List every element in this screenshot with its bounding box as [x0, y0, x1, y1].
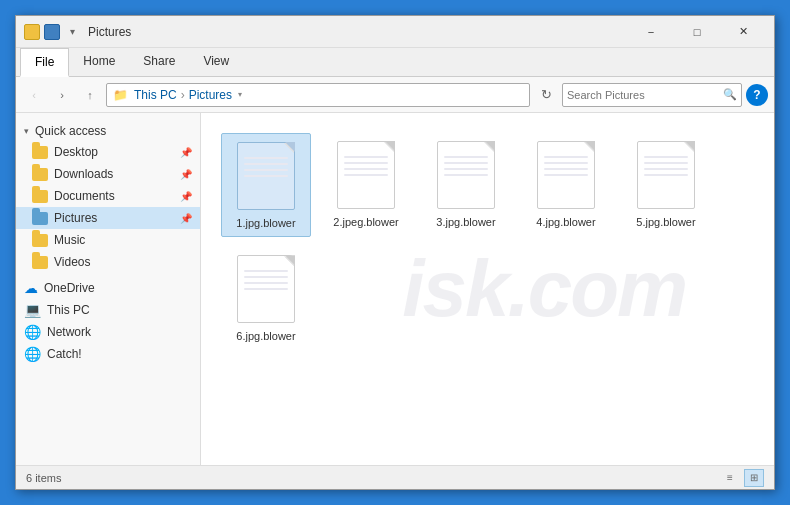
sidebar-network-label: Network — [47, 325, 91, 339]
view-controls: ≡ ⊞ — [720, 469, 764, 487]
window-title: Pictures — [88, 25, 628, 39]
folder-icon-pictures — [32, 210, 48, 226]
view-large-button[interactable]: ⊞ — [744, 469, 764, 487]
thispc-icon: 💻 — [24, 302, 41, 318]
main-content: ▾ Quick access Desktop 📌 Downloads 📌 Doc… — [16, 113, 774, 465]
search-icon: 🔍 — [723, 88, 737, 101]
sidebar-item-catch[interactable]: 🌐 Catch! — [16, 343, 200, 365]
list-item[interactable]: 5.jpg.blower — [621, 133, 711, 237]
sidebar-pictures-label: Pictures — [54, 211, 97, 225]
status-count: 6 items — [26, 472, 61, 484]
breadcrumb-sep1: › — [181, 88, 185, 102]
file-label-2: 2.jpeg.blower — [333, 215, 398, 229]
list-item[interactable]: 1.jpg.blower — [221, 133, 311, 237]
list-item[interactable]: 2.jpeg.blower — [321, 133, 411, 237]
network-icon: 🌐 — [24, 324, 41, 340]
files-grid: 1.jpg.blower — [211, 123, 764, 360]
file-icon-1 — [234, 140, 298, 212]
pin-icon-documents: 📌 — [180, 191, 192, 202]
sidebar-downloads-label: Downloads — [54, 167, 113, 181]
pin-icon-desktop: 📌 — [180, 147, 192, 158]
address-bar: ‹ › ↑ 📁 This PC › Pictures ▾ ↻ 🔍 ? — [16, 77, 774, 113]
folder-icon-music — [32, 232, 48, 248]
sidebar-onedrive-label: OneDrive — [44, 281, 95, 295]
view-list-button[interactable]: ≡ — [720, 469, 740, 487]
title-icon-2 — [44, 24, 60, 40]
pin-icon-downloads: 📌 — [180, 169, 192, 180]
sidebar-item-videos[interactable]: Videos — [16, 251, 200, 273]
tab-file[interactable]: File — [20, 48, 69, 77]
title-bar: ▾ Pictures − □ ✕ — [16, 16, 774, 48]
pin-icon-pictures: 📌 — [180, 213, 192, 224]
sidebar-item-network[interactable]: 🌐 Network — [16, 321, 200, 343]
folder-icon-downloads — [32, 166, 48, 182]
forward-button[interactable]: › — [50, 83, 74, 107]
quick-access-section: ▾ Quick access Desktop 📌 Downloads 📌 Doc… — [16, 121, 200, 273]
breadcrumb-pictures[interactable]: Pictures — [189, 88, 232, 102]
title-controls: − □ ✕ — [628, 16, 766, 48]
file-label-3: 3.jpg.blower — [436, 215, 495, 229]
chevron-icon: ▾ — [24, 126, 29, 136]
sidebar-item-desktop[interactable]: Desktop 📌 — [16, 141, 200, 163]
file-icon-2 — [334, 139, 398, 211]
title-bar-icons: ▾ — [24, 24, 80, 40]
folder-icon-videos — [32, 254, 48, 270]
list-item[interactable]: 4.jpg.blower — [521, 133, 611, 237]
file-icon-6 — [234, 253, 298, 325]
file-label-6: 6.jpg.blower — [236, 329, 295, 343]
folder-icon-desktop — [32, 144, 48, 160]
back-button[interactable]: ‹ — [22, 83, 46, 107]
search-input[interactable] — [567, 89, 723, 101]
tab-view[interactable]: View — [189, 48, 243, 76]
file-label-1: 1.jpg.blower — [236, 216, 295, 230]
sidebar-item-music[interactable]: Music — [16, 229, 200, 251]
sidebar-item-documents[interactable]: Documents 📌 — [16, 185, 200, 207]
list-item[interactable]: 3.jpg.blower — [421, 133, 511, 237]
breadcrumb-thispc[interactable]: This PC — [134, 88, 177, 102]
explorer-window: ▾ Pictures − □ ✕ File Home Share View ‹ … — [15, 15, 775, 490]
help-button[interactable]: ? — [746, 84, 768, 106]
sidebar-item-thispc[interactable]: 💻 This PC — [16, 299, 200, 321]
search-box[interactable]: 🔍 — [562, 83, 742, 107]
ribbon-tabs: File Home Share View — [16, 48, 774, 76]
sidebar-catch-label: Catch! — [47, 347, 82, 361]
file-area: isk.com — [201, 113, 774, 465]
tab-home[interactable]: Home — [69, 48, 129, 76]
quick-access-label: Quick access — [35, 124, 106, 138]
catch-icon: 🌐 — [24, 346, 41, 362]
ribbon: File Home Share View — [16, 48, 774, 77]
folder-icon-documents — [32, 188, 48, 204]
sidebar-quickaccess-header[interactable]: ▾ Quick access — [16, 121, 200, 141]
sidebar-videos-label: Videos — [54, 255, 90, 269]
file-icon-5 — [634, 139, 698, 211]
title-pin-icon: ▾ — [64, 24, 80, 40]
file-label-5: 5.jpg.blower — [636, 215, 695, 229]
onedrive-icon: ☁ — [24, 280, 38, 296]
tab-share[interactable]: Share — [129, 48, 189, 76]
refresh-button[interactable]: ↻ — [534, 83, 558, 107]
file-label-4: 4.jpg.blower — [536, 215, 595, 229]
file-icon-4 — [534, 139, 598, 211]
path-dropdown-arrow[interactable]: ▾ — [232, 83, 248, 107]
list-item[interactable]: 6.jpg.blower — [221, 247, 311, 349]
sidebar-item-downloads[interactable]: Downloads 📌 — [16, 163, 200, 185]
title-icon-1 — [24, 24, 40, 40]
sidebar-item-pictures[interactable]: Pictures 📌 — [16, 207, 200, 229]
status-bar: 6 items ≡ ⊞ — [16, 465, 774, 489]
address-path[interactable]: 📁 This PC › Pictures ▾ — [106, 83, 530, 107]
up-button[interactable]: ↑ — [78, 83, 102, 107]
sidebar-item-onedrive[interactable]: ☁ OneDrive — [16, 277, 200, 299]
file-icon-3 — [434, 139, 498, 211]
sidebar-documents-label: Documents — [54, 189, 115, 203]
sidebar-thispc-label: This PC — [47, 303, 90, 317]
close-button[interactable]: ✕ — [720, 16, 766, 48]
sidebar-desktop-label: Desktop — [54, 145, 98, 159]
minimize-button[interactable]: − — [628, 16, 674, 48]
sidebar: ▾ Quick access Desktop 📌 Downloads 📌 Doc… — [16, 113, 201, 465]
sidebar-music-label: Music — [54, 233, 85, 247]
maximize-button[interactable]: □ — [674, 16, 720, 48]
